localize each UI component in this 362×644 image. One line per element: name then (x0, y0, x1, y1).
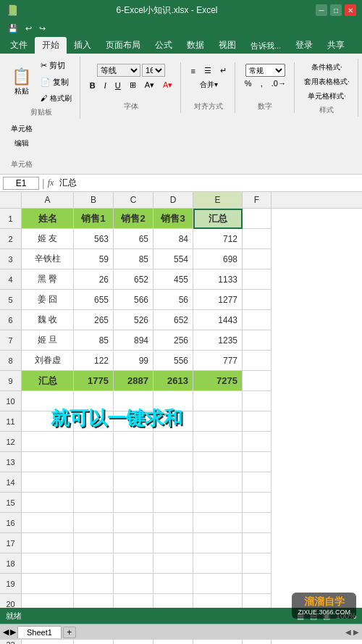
cell-F16[interactable] (243, 513, 272, 533)
cell-D6[interactable]: 652 (153, 310, 193, 330)
border-button[interactable]: ⊞ (126, 78, 140, 92)
cell-E18[interactable] (193, 553, 243, 574)
formula-input[interactable] (56, 178, 359, 188)
italic-button[interactable]: I (101, 79, 110, 92)
cell-E5[interactable]: 1277 (193, 290, 243, 310)
cell-C8[interactable]: 99 (114, 351, 153, 371)
cell-E2[interactable]: 712 (193, 229, 243, 249)
cell-E3[interactable]: 698 (193, 249, 243, 269)
cell-D13[interactable] (153, 452, 193, 472)
sheet-tab-sheet1[interactable]: Sheet1 (17, 626, 62, 638)
tab-share[interactable]: 共享 (320, 37, 352, 54)
cell-D4[interactable]: 455 (153, 269, 193, 290)
cell-A2[interactable]: 姬 友 (22, 229, 74, 249)
cell-B14[interactable] (74, 472, 114, 493)
cut-button[interactable]: ✂ 剪切 (37, 58, 75, 73)
cell-D14[interactable] (153, 472, 193, 493)
cell-D19[interactable] (153, 574, 193, 594)
cell-A4[interactable]: 黑 臀 (22, 269, 74, 290)
col-header-d[interactable]: D (153, 192, 193, 208)
col-header-f[interactable]: F (243, 192, 272, 208)
undo-icon[interactable]: ↩ (23, 23, 34, 34)
cell-B13[interactable] (74, 452, 114, 472)
insert-cell-button[interactable]: 单元格 (7, 122, 36, 136)
row-header-12[interactable]: 12 (0, 432, 22, 452)
cell-B2[interactable]: 563 (74, 229, 114, 249)
cell-F3[interactable] (243, 249, 272, 269)
cell-E16[interactable] (193, 513, 243, 533)
row-header-4[interactable]: 4 (0, 269, 22, 290)
cell-C6[interactable]: 526 (114, 310, 153, 330)
cell-F5[interactable] (243, 290, 272, 310)
cell-A14[interactable] (22, 472, 74, 493)
cell-A9[interactable]: 汇总 (22, 371, 74, 391)
cell-A18[interactable] (22, 553, 74, 574)
tab-home[interactable]: 开始 (35, 37, 67, 54)
row-header-16[interactable]: 16 (0, 513, 22, 533)
merge-button[interactable]: 合并▾ (196, 78, 222, 92)
cell-A16[interactable] (22, 513, 74, 533)
row-header-13[interactable]: 13 (0, 452, 22, 472)
row-header-1[interactable]: 1 (0, 209, 22, 229)
wrap-button[interactable]: ↵ (216, 64, 230, 78)
cell-F17[interactable] (243, 533, 272, 553)
row-header-11[interactable]: 11 (0, 411, 22, 432)
row-header-7[interactable]: 7 (0, 330, 22, 351)
cell-F12[interactable] (243, 432, 272, 452)
conditional-format-button[interactable]: 条件格式· (308, 60, 346, 75)
copy-button[interactable]: 📄 复制 (37, 75, 75, 90)
col-header-b[interactable]: B (74, 192, 114, 208)
tab-insert[interactable]: 插入 (67, 37, 98, 54)
cell-E6[interactable]: 1443 (193, 310, 243, 330)
col-header-e[interactable]: E (193, 192, 243, 208)
cell-D9[interactable]: 2613 (153, 371, 193, 391)
cell-E15[interactable] (193, 493, 243, 513)
cell-F2[interactable] (243, 229, 272, 249)
cell-D17[interactable] (153, 533, 193, 553)
cell-D1[interactable]: 销售3 (153, 209, 193, 229)
cell-A5[interactable]: 姜 囧 (22, 290, 74, 310)
tab-file[interactable]: 文件 (3, 37, 35, 54)
cell-B6[interactable]: 265 (74, 310, 114, 330)
cell-B4[interactable]: 26 (74, 269, 114, 290)
cell-C3[interactable]: 85 (114, 249, 153, 269)
cell-B7[interactable]: 85 (74, 330, 114, 351)
row-header-8[interactable]: 8 (0, 351, 22, 371)
bold-button[interactable]: B (86, 79, 99, 92)
paste-button[interactable]: 📋 粘贴 (7, 64, 35, 99)
cell-F18[interactable] (243, 553, 272, 574)
row-header-14[interactable]: 14 (0, 472, 22, 493)
cell-C17[interactable] (114, 533, 153, 553)
cell-A7[interactable]: 姬 旦 (22, 330, 74, 351)
cell-C18[interactable] (114, 553, 153, 574)
close-btn[interactable]: ✕ (345, 4, 356, 16)
cell-C5[interactable]: 566 (114, 290, 153, 310)
cell-B16[interactable] (74, 513, 114, 533)
cell-C13[interactable] (114, 452, 153, 472)
tab-view[interactable]: 视图 (211, 37, 243, 54)
cell-C15[interactable] (114, 493, 153, 513)
percent-button[interactable]: % (241, 77, 256, 90)
cell-D18[interactable] (153, 553, 193, 574)
table-format-button[interactable]: 套用表格格式· (300, 75, 353, 89)
cell-D3[interactable]: 554 (153, 249, 193, 269)
cell-B19[interactable] (74, 574, 114, 594)
row-header-3[interactable]: 3 (0, 249, 22, 269)
underline-button[interactable]: U (111, 79, 125, 92)
cell-E12[interactable] (193, 432, 243, 452)
cell-A15[interactable] (22, 493, 74, 513)
cell-D15[interactable] (153, 493, 193, 513)
row-header-17[interactable]: 17 (0, 533, 22, 553)
tab-login[interactable]: 登录 (288, 37, 320, 54)
cell-E9[interactable]: 7275 (193, 371, 243, 391)
number-format-select[interactable]: 常规 (245, 64, 285, 77)
cell-C2[interactable]: 65 (114, 229, 153, 249)
cell-E14[interactable] (193, 472, 243, 493)
comma-button[interactable]: , (257, 77, 266, 90)
cell-E11[interactable] (193, 411, 243, 432)
col-header-c[interactable]: C (114, 192, 153, 208)
row-header-6[interactable]: 6 (0, 310, 22, 330)
cell-B15[interactable] (74, 493, 114, 513)
prev-sheet-btn[interactable]: ◀ (3, 627, 9, 637)
cell-C9[interactable]: 2887 (114, 371, 153, 391)
